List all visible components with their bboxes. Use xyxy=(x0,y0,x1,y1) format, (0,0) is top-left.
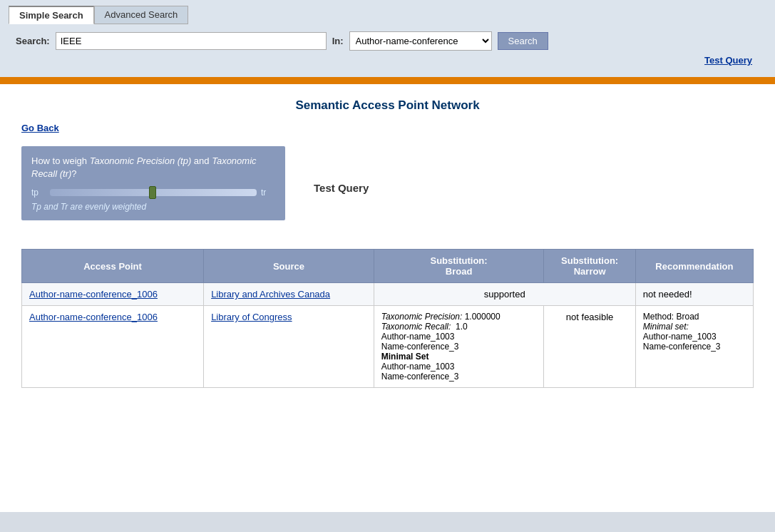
slider-left-label: tp xyxy=(31,188,46,198)
tab-advanced-search-label: Advanced Search xyxy=(105,9,178,20)
col-access-point: Access Point xyxy=(22,250,204,283)
table-row: Author-name-conference_1006 Library and … xyxy=(22,283,754,306)
slider-box: How to weigh Taxonomic Precision (tp) an… xyxy=(21,146,285,220)
col-source: Source xyxy=(204,250,374,283)
in-label: In: xyxy=(332,36,344,46)
slider-question-text: How to weigh Taxonomic Precision (tp) an… xyxy=(31,155,257,179)
tab-simple-search[interactable]: Simple Search xyxy=(9,6,94,24)
cell-access-point: Author-name-conference_1006 xyxy=(22,306,204,388)
minimal-item2: Name-conference_3 xyxy=(381,372,459,382)
cell-recommendation-detail: Method: Broad Minimal set: Author-name_1… xyxy=(635,306,753,388)
col-sub-narrow: Substitution:Narrow xyxy=(544,250,635,283)
tab-simple-search-label: Simple Search xyxy=(19,10,83,21)
search-label: Search: xyxy=(16,36,50,46)
rec-minimal-label: Minimal set: xyxy=(643,322,689,332)
slider-question: How to weigh Taxonomic Precision (tp) an… xyxy=(31,155,275,180)
tp-label: Taxonomic Precision: xyxy=(381,312,463,322)
slider-description-text: Tp and Tr are evenly weighted xyxy=(31,202,146,212)
rec-item2: Name-conference_3 xyxy=(643,342,721,352)
access-point-link[interactable]: Author-name-conference_1006 xyxy=(29,312,158,322)
results-table: Access Point Source Substitution:Broad S… xyxy=(21,249,754,388)
tab-bar: Simple Search Advanced Search xyxy=(9,6,766,24)
col-recommendation: Recommendation xyxy=(635,250,753,283)
cell-sub-broad-detail: Taxonomic Precision: 1.000000 Taxonomic … xyxy=(374,306,544,388)
broad-item1: Author-name_1003 xyxy=(381,332,455,342)
source-link[interactable]: Library of Congress xyxy=(211,312,292,322)
cell-sub-broad-colspan: supported xyxy=(374,283,635,306)
rec-item1: Author-name_1003 xyxy=(643,332,717,342)
slider-track[interactable] xyxy=(50,189,257,196)
col-sub-broad: Substitution:Broad xyxy=(374,250,544,283)
access-point-link[interactable]: Author-name-conference_1006 xyxy=(29,289,158,300)
slider-track-row: tp tr xyxy=(31,188,275,198)
table-header: Access Point Source Substitution:Broad S… xyxy=(22,250,754,283)
slider-description: Tp and Tr are evenly weighted xyxy=(31,202,275,212)
cell-source: Library and Archives Canada xyxy=(204,283,374,306)
search-button[interactable]: Search xyxy=(498,32,548,50)
slider-thumb[interactable] xyxy=(149,186,156,199)
test-query-link[interactable]: Test Query xyxy=(9,55,766,66)
search-input[interactable] xyxy=(56,32,327,50)
cell-sub-narrow: not feasible xyxy=(544,306,635,388)
table-body: Author-name-conference_1006 Library and … xyxy=(22,283,754,388)
table-row: Author-name-conference_1006 Library of C… xyxy=(22,306,754,388)
main-content: Semantic Access Point Network Go Back Ho… xyxy=(0,84,775,512)
search-scope-select[interactable]: Author-name-conference Title Subject Aut… xyxy=(349,31,492,51)
tr-label: Taxonomic Recall: xyxy=(381,322,451,332)
minimal-set-label: Minimal Set xyxy=(381,352,429,362)
page-title: Semantic Access Point Network xyxy=(21,98,754,113)
tab-advanced-search[interactable]: Advanced Search xyxy=(94,6,189,24)
broad-item2: Name-conference_3 xyxy=(381,342,459,352)
slider-right-label: tr xyxy=(261,188,275,198)
recommendation-detail: Method: Broad Minimal set: Author-name_1… xyxy=(643,312,746,352)
search-panel: Simple Search Advanced Search Search: In… xyxy=(0,0,775,80)
content-row: How to weigh Taxonomic Precision (tp) an… xyxy=(21,146,754,235)
cell-recommendation: not needed! xyxy=(635,283,753,306)
cell-access-point: Author-name-conference_1006 xyxy=(22,283,204,306)
test-query-text: Test Query xyxy=(314,146,369,194)
cell-source: Library of Congress xyxy=(204,306,374,388)
source-link[interactable]: Library and Archives Canada xyxy=(211,289,330,300)
search-row: Search: In: Author-name-conference Title… xyxy=(9,31,766,51)
sub-broad-detail: Taxonomic Precision: 1.000000 Taxonomic … xyxy=(381,312,537,382)
minimal-item1: Author-name_1003 xyxy=(381,362,455,372)
go-back-link[interactable]: Go Back xyxy=(21,123,59,133)
